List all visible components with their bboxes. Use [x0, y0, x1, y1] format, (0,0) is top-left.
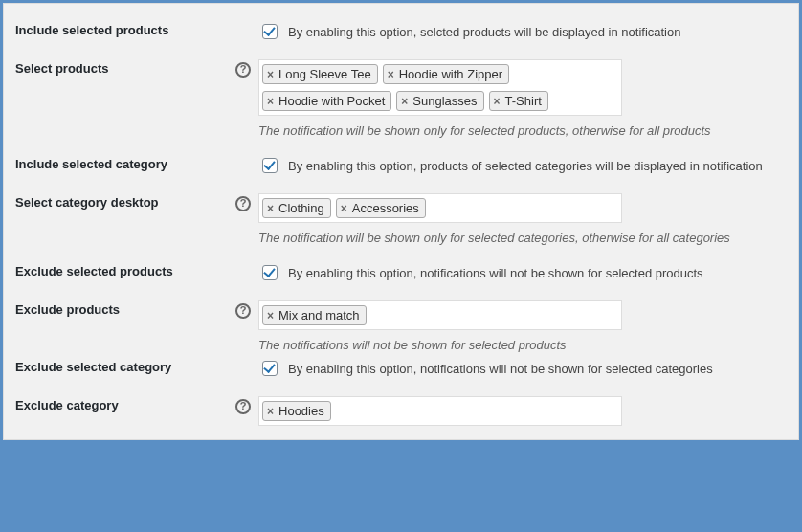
desc-include-category: By enabling this option, products of sel… [288, 159, 763, 173]
tag-label: Hoodie with Pocket [278, 94, 385, 108]
row-select-category-desktop: Select category desktop ? ×Clothing×Acce… [15, 176, 787, 245]
remove-icon[interactable]: × [267, 69, 274, 80]
row-exclude-category-field: Exclude category ? ×Hoodies [15, 379, 787, 426]
label-exclude-category-field: Exclude category [15, 396, 235, 412]
tag[interactable]: ×Mix and match [262, 305, 367, 325]
remove-icon[interactable]: × [401, 96, 408, 107]
row-include-category: Include selected category By enabling th… [15, 138, 787, 176]
tag-label: Hoodie with Zipper [399, 67, 502, 81]
help-icon[interactable]: ? [235, 399, 251, 414]
label-exclude-products-field: Exclude products [15, 300, 235, 317]
checkbox-include-products[interactable] [262, 24, 278, 39]
tag-label: Accessories [352, 201, 419, 215]
label-exclude-category: Exclude selected category [15, 358, 235, 374]
tag[interactable]: ×T-Shirt [489, 91, 548, 111]
tag[interactable]: ×Accessories [336, 198, 426, 218]
row-exclude-products: Exclude selected products By enabling th… [15, 245, 787, 283]
desc-exclude-products: By enabling this option, notifications w… [288, 266, 703, 280]
remove-icon[interactable]: × [267, 406, 274, 417]
remove-icon[interactable]: × [494, 96, 501, 107]
hint-select-category-desktop: The notification will be shown only for … [258, 231, 787, 245]
tag-label: T-Shirt [505, 94, 542, 108]
exclude-products-input[interactable]: ×Mix and match [258, 300, 622, 330]
exclude-category-input[interactable]: ×Hoodies [258, 396, 622, 426]
help-icon[interactable]: ? [235, 62, 251, 78]
help-icon[interactable]: ? [235, 303, 251, 319]
label-include-products: Include selected products [15, 21, 235, 37]
desc-include-products: By enabling this option, selcted product… [288, 25, 680, 39]
select-category-desktop-input[interactable]: ×Clothing×Accessories [258, 193, 622, 223]
label-select-category-desktop: Select category desktop [15, 193, 235, 210]
tag[interactable]: ×Clothing [262, 198, 331, 218]
remove-icon[interactable]: × [267, 203, 274, 214]
tag[interactable]: ×Hoodie with Pocket [262, 91, 391, 111]
tag[interactable]: ×Hoodie with Zipper [383, 64, 509, 84]
select-products-input[interactable]: ×Long Sleeve Tee×Hoodie with Zipper×Hood… [258, 59, 622, 116]
hint-exclude-products-field: The notifications will not be shown for … [258, 338, 787, 352]
remove-icon[interactable]: × [341, 203, 347, 214]
tag-label: Mix and match [278, 308, 360, 322]
settings-panel: Include selected products By enabling th… [3, 3, 799, 440]
tag[interactable]: ×Sunglasses [396, 91, 483, 111]
label-exclude-products: Exclude selected products [15, 262, 235, 278]
tag[interactable]: ×Hoodies [262, 401, 331, 421]
label-include-category: Include selected category [15, 155, 235, 171]
row-include-products: Include selected products By enabling th… [15, 4, 787, 42]
remove-icon[interactable]: × [267, 310, 274, 321]
tag[interactable]: ×Long Sleeve Tee [262, 64, 378, 84]
help-icon[interactable]: ? [235, 196, 251, 211]
row-exclude-category: Exclude selected category By enabling th… [15, 352, 787, 379]
checkbox-exclude-category[interactable] [262, 361, 278, 376]
tag-label: Long Sleeve Tee [278, 67, 371, 81]
hint-select-products: The notification will be shown only for … [258, 123, 787, 138]
remove-icon[interactable]: × [267, 96, 274, 107]
tag-label: Sunglasses [412, 94, 477, 108]
row-select-products: Select products ? ×Long Sleeve Tee×Hoodi… [15, 42, 787, 138]
tag-label: Clothing [278, 201, 324, 215]
row-exclude-products-field: Exclude products ? ×Mix and match The no… [15, 283, 787, 352]
remove-icon[interactable]: × [388, 69, 394, 80]
desc-exclude-category: By enabling this option, notifications w… [288, 362, 713, 376]
checkbox-include-category[interactable] [262, 158, 278, 173]
label-select-products: Select products [15, 59, 235, 76]
checkbox-exclude-products[interactable] [262, 265, 278, 280]
tag-label: Hoodies [278, 404, 324, 418]
